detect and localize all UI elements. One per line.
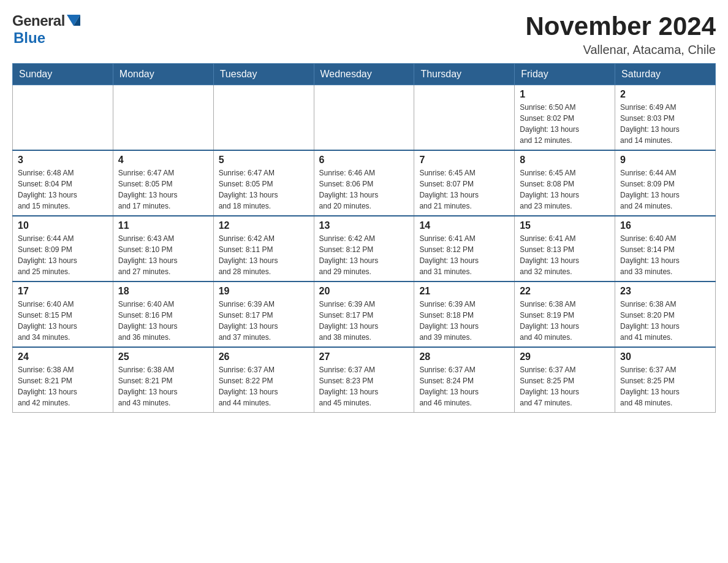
calendar-day-cell: 21Sunrise: 6:39 AMSunset: 8:18 PMDayligh… [414, 282, 515, 347]
calendar-day-cell [314, 85, 414, 151]
day-number: 1 [520, 89, 610, 100]
calendar-day-cell: 9Sunrise: 6:44 AMSunset: 8:09 PMDaylight… [615, 150, 716, 216]
calendar-day-cell: 10Sunrise: 6:44 AMSunset: 8:09 PMDayligh… [13, 216, 113, 282]
day-info: Sunrise: 6:43 AMSunset: 8:10 PMDaylight:… [118, 233, 208, 277]
calendar-week-row: 10Sunrise: 6:44 AMSunset: 8:09 PMDayligh… [13, 216, 716, 282]
day-info: Sunrise: 6:44 AMSunset: 8:09 PMDaylight:… [18, 233, 108, 277]
day-number: 27 [319, 351, 409, 362]
calendar-day-cell: 24Sunrise: 6:38 AMSunset: 8:21 PMDayligh… [13, 347, 113, 413]
calendar-week-row: 3Sunrise: 6:48 AMSunset: 8:04 PMDaylight… [13, 150, 716, 216]
calendar-day-cell: 7Sunrise: 6:45 AMSunset: 8:07 PMDaylight… [414, 150, 515, 216]
weekday-header-sunday: Sunday [13, 64, 113, 85]
day-number: 8 [520, 155, 610, 166]
day-number: 22 [520, 286, 610, 297]
day-number: 24 [18, 351, 108, 362]
weekday-header-friday: Friday [515, 64, 615, 85]
calendar-day-cell: 11Sunrise: 6:43 AMSunset: 8:10 PMDayligh… [113, 216, 213, 282]
calendar-day-cell: 8Sunrise: 6:45 AMSunset: 8:08 PMDaylight… [515, 150, 615, 216]
weekday-header-wednesday: Wednesday [314, 64, 414, 85]
day-number: 10 [18, 220, 108, 231]
calendar-day-cell: 26Sunrise: 6:37 AMSunset: 8:22 PMDayligh… [213, 347, 314, 413]
calendar-day-cell: 17Sunrise: 6:40 AMSunset: 8:15 PMDayligh… [13, 282, 113, 347]
weekday-header-saturday: Saturday [615, 64, 716, 85]
day-number: 14 [419, 220, 509, 231]
calendar-day-cell: 22Sunrise: 6:38 AMSunset: 8:19 PMDayligh… [515, 282, 615, 347]
day-number: 17 [18, 286, 108, 297]
day-info: Sunrise: 6:37 AMSunset: 8:23 PMDaylight:… [319, 364, 409, 408]
day-info: Sunrise: 6:38 AMSunset: 8:21 PMDaylight:… [118, 364, 208, 408]
logo-blue-text: Blue [13, 29, 45, 47]
calendar-day-cell: 2Sunrise: 6:49 AMSunset: 8:03 PMDaylight… [615, 85, 716, 151]
day-number: 4 [118, 155, 208, 166]
calendar-day-cell: 27Sunrise: 6:37 AMSunset: 8:23 PMDayligh… [314, 347, 414, 413]
day-number: 26 [219, 351, 309, 362]
calendar-day-cell [414, 85, 515, 151]
logo-triangle-icon [67, 15, 80, 28]
day-number: 2 [620, 89, 710, 100]
day-info: Sunrise: 6:47 AMSunset: 8:05 PMDaylight:… [219, 167, 309, 212]
page-header: General Blue November 2024 Vallenar, Ata… [12, 12, 716, 57]
day-number: 21 [419, 286, 509, 297]
calendar-week-row: 1Sunrise: 6:50 AMSunset: 8:02 PMDaylight… [13, 85, 716, 151]
day-info: Sunrise: 6:42 AMSunset: 8:12 PMDaylight:… [319, 233, 409, 277]
day-info: Sunrise: 6:37 AMSunset: 8:24 PMDaylight:… [419, 364, 509, 408]
calendar-day-cell: 12Sunrise: 6:42 AMSunset: 8:11 PMDayligh… [213, 216, 314, 282]
calendar-day-cell: 16Sunrise: 6:40 AMSunset: 8:14 PMDayligh… [615, 216, 716, 282]
title-area: November 2024 Vallenar, Atacama, Chile [525, 12, 716, 57]
calendar-day-cell: 3Sunrise: 6:48 AMSunset: 8:04 PMDaylight… [13, 150, 113, 216]
day-info: Sunrise: 6:45 AMSunset: 8:07 PMDaylight:… [419, 167, 509, 212]
calendar-day-cell: 5Sunrise: 6:47 AMSunset: 8:05 PMDaylight… [213, 150, 314, 216]
day-info: Sunrise: 6:37 AMSunset: 8:25 PMDaylight:… [520, 364, 610, 408]
day-info: Sunrise: 6:38 AMSunset: 8:19 PMDaylight:… [520, 299, 610, 343]
day-number: 15 [520, 220, 610, 231]
calendar-day-cell: 23Sunrise: 6:38 AMSunset: 8:20 PMDayligh… [615, 282, 716, 347]
day-number: 18 [118, 286, 208, 297]
logo: General Blue [12, 12, 80, 47]
day-info: Sunrise: 6:44 AMSunset: 8:09 PMDaylight:… [620, 167, 710, 212]
day-number: 23 [620, 286, 710, 297]
logo-general-text: General [12, 12, 65, 29]
calendar-day-cell [113, 85, 213, 151]
day-number: 29 [520, 351, 610, 362]
day-number: 12 [219, 220, 309, 231]
day-info: Sunrise: 6:40 AMSunset: 8:16 PMDaylight:… [118, 299, 208, 343]
calendar-day-cell: 28Sunrise: 6:37 AMSunset: 8:24 PMDayligh… [414, 347, 515, 413]
calendar-subtitle: Vallenar, Atacama, Chile [525, 43, 716, 57]
calendar-table: SundayMondayTuesdayWednesdayThursdayFrid… [12, 63, 716, 413]
calendar-day-cell: 30Sunrise: 6:37 AMSunset: 8:25 PMDayligh… [615, 347, 716, 413]
weekday-header-tuesday: Tuesday [213, 64, 314, 85]
day-number: 28 [419, 351, 509, 362]
day-number: 6 [319, 155, 409, 166]
calendar-day-cell: 13Sunrise: 6:42 AMSunset: 8:12 PMDayligh… [314, 216, 414, 282]
day-info: Sunrise: 6:50 AMSunset: 8:02 PMDaylight:… [520, 102, 610, 146]
day-info: Sunrise: 6:40 AMSunset: 8:14 PMDaylight:… [620, 233, 710, 277]
day-info: Sunrise: 6:47 AMSunset: 8:05 PMDaylight:… [118, 167, 208, 212]
day-info: Sunrise: 6:45 AMSunset: 8:08 PMDaylight:… [520, 167, 610, 212]
day-info: Sunrise: 6:37 AMSunset: 8:22 PMDaylight:… [219, 364, 309, 408]
day-number: 19 [219, 286, 309, 297]
calendar-day-cell: 4Sunrise: 6:47 AMSunset: 8:05 PMDaylight… [113, 150, 213, 216]
day-info: Sunrise: 6:38 AMSunset: 8:21 PMDaylight:… [18, 364, 108, 408]
day-info: Sunrise: 6:39 AMSunset: 8:17 PMDaylight:… [219, 299, 309, 343]
calendar-day-cell: 6Sunrise: 6:46 AMSunset: 8:06 PMDaylight… [314, 150, 414, 216]
day-info: Sunrise: 6:37 AMSunset: 8:25 PMDaylight:… [620, 364, 710, 408]
calendar-day-cell: 15Sunrise: 6:41 AMSunset: 8:13 PMDayligh… [515, 216, 615, 282]
day-number: 13 [319, 220, 409, 231]
day-info: Sunrise: 6:41 AMSunset: 8:13 PMDaylight:… [520, 233, 610, 277]
day-info: Sunrise: 6:39 AMSunset: 8:18 PMDaylight:… [419, 299, 509, 343]
day-info: Sunrise: 6:38 AMSunset: 8:20 PMDaylight:… [620, 299, 710, 343]
calendar-day-cell: 25Sunrise: 6:38 AMSunset: 8:21 PMDayligh… [113, 347, 213, 413]
calendar-day-cell: 20Sunrise: 6:39 AMSunset: 8:17 PMDayligh… [314, 282, 414, 347]
weekday-header-row: SundayMondayTuesdayWednesdayThursdayFrid… [13, 64, 716, 85]
day-number: 9 [620, 155, 710, 166]
day-info: Sunrise: 6:48 AMSunset: 8:04 PMDaylight:… [18, 167, 108, 212]
calendar-title: November 2024 [525, 12, 716, 40]
day-info: Sunrise: 6:49 AMSunset: 8:03 PMDaylight:… [620, 102, 710, 146]
day-number: 11 [118, 220, 208, 231]
calendar-day-cell: 18Sunrise: 6:40 AMSunset: 8:16 PMDayligh… [113, 282, 213, 347]
calendar-day-cell: 19Sunrise: 6:39 AMSunset: 8:17 PMDayligh… [213, 282, 314, 347]
calendar-day-cell: 14Sunrise: 6:41 AMSunset: 8:12 PMDayligh… [414, 216, 515, 282]
calendar-day-cell: 29Sunrise: 6:37 AMSunset: 8:25 PMDayligh… [515, 347, 615, 413]
day-number: 5 [219, 155, 309, 166]
calendar-day-cell [13, 85, 113, 151]
